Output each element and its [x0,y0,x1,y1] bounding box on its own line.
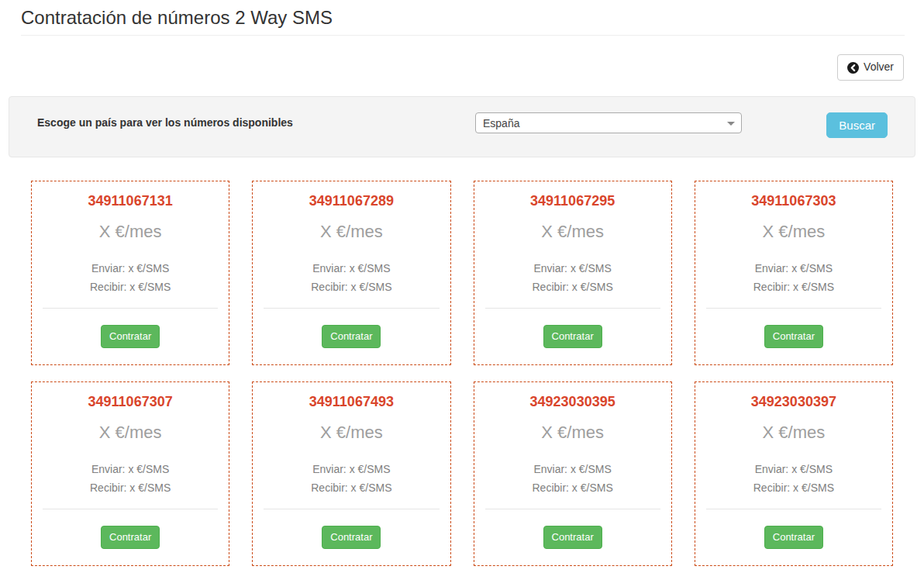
monthly-price: X €/mes [32,222,229,242]
number-card: 34911067307 X €/mes Enviar: x €/SMS Reci… [31,381,229,566]
phone-number: 34911067303 [695,193,892,209]
monthly-price: X €/mes [32,423,229,443]
send-price: Enviar: x €/SMS [32,463,229,475]
send-price: Enviar: x €/SMS [253,262,450,274]
arrow-circle-left-icon [847,62,859,74]
receive-price: Recibir: x €/SMS [695,482,892,494]
monthly-price: X €/mes [695,423,892,443]
receive-price: Recibir: x €/SMS [32,281,229,293]
back-button-label: Volver [864,60,894,75]
number-card: 34911067289 X €/mes Enviar: x €/SMS Reci… [252,181,450,365]
card-divider [264,308,439,309]
contract-button[interactable]: Contratar [101,325,160,348]
country-select-value: España [483,117,519,129]
receive-price: Recibir: x €/SMS [695,281,892,293]
send-price: Enviar: x €/SMS [695,262,892,274]
monthly-price: X €/mes [474,222,671,242]
contract-button[interactable]: Contratar [543,325,602,348]
page: Contratación de números 2 Way SMS Volver… [0,0,924,573]
monthly-price: X €/mes [253,423,450,443]
monthly-price: X €/mes [253,222,450,242]
country-search-label: Escoge un país para ver los números disp… [37,112,475,129]
page-title: Contratación de números 2 Way SMS [21,8,905,28]
card-divider [43,308,218,309]
card-divider [706,308,881,309]
send-price: Enviar: x €/SMS [695,463,892,475]
contract-button[interactable]: Contratar [543,526,602,549]
card-divider [485,308,660,309]
chevron-down-icon [727,122,735,126]
back-button[interactable]: Volver [837,54,904,81]
phone-number: 34911067493 [253,394,450,409]
card-divider [43,509,218,509]
country-select[interactable]: España [475,112,742,133]
contract-button[interactable]: Contratar [764,325,823,348]
phone-number: 34911067307 [32,394,229,409]
phone-number: 34911067131 [32,193,229,209]
phone-number: 34911067295 [474,193,671,209]
phone-number: 34911067289 [253,193,450,209]
back-row: Volver [21,54,904,81]
number-card: 34923030397 X €/mes Enviar: x €/SMS Reci… [695,381,893,566]
contract-button[interactable]: Contratar [101,526,160,549]
receive-price: Recibir: x €/SMS [32,482,229,494]
search-button[interactable]: Buscar [826,112,888,138]
card-divider [485,509,660,509]
number-cards-grid: 34911067131 X €/mes Enviar: x €/SMS Reci… [31,181,893,566]
monthly-price: X €/mes [695,222,892,242]
card-divider [264,509,439,509]
monthly-price: X €/mes [474,423,671,443]
card-divider [706,509,881,509]
phone-number: 34923030395 [474,394,671,409]
number-card: 34911067493 X €/mes Enviar: x €/SMS Reci… [252,381,450,566]
send-price: Enviar: x €/SMS [32,262,229,274]
number-card: 34911067295 X €/mes Enviar: x €/SMS Reci… [474,181,672,365]
send-price: Enviar: x €/SMS [253,463,450,475]
contract-button[interactable]: Contratar [322,526,381,549]
number-card: 34923030395 X €/mes Enviar: x €/SMS Reci… [474,381,672,566]
receive-price: Recibir: x €/SMS [253,482,450,494]
page-header: Contratación de números 2 Way SMS [21,0,905,36]
send-price: Enviar: x €/SMS [474,262,671,274]
number-card: 34911067303 X €/mes Enviar: x €/SMS Reci… [695,181,893,365]
receive-price: Recibir: x €/SMS [474,281,671,293]
receive-price: Recibir: x €/SMS [253,281,450,293]
receive-price: Recibir: x €/SMS [474,482,671,494]
number-card: 34911067131 X €/mes Enviar: x €/SMS Reci… [31,181,229,365]
contract-button[interactable]: Contratar [764,526,823,549]
contract-button[interactable]: Contratar [322,325,381,348]
phone-number: 34923030397 [695,394,892,409]
send-price: Enviar: x €/SMS [474,463,671,475]
country-search-panel: Escoge un país para ver los números disp… [9,96,915,157]
